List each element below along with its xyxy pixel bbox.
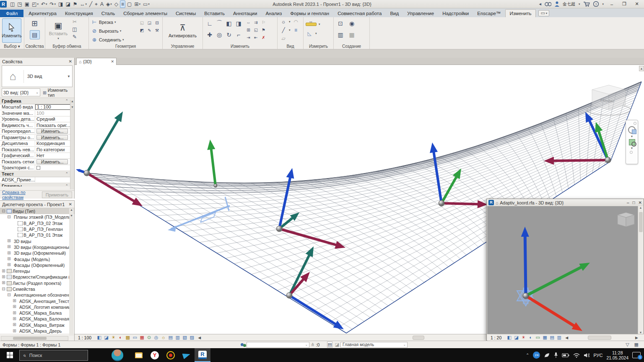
browser-item[interactable]: ⊞Фасады (Оформленный) — [0, 262, 74, 268]
shadows-icon[interactable]: ◐ — [527, 335, 534, 340]
ribbon-tab[interactable]: Анализ — [261, 10, 286, 17]
ribbon-tab[interactable]: Файл — [0, 10, 23, 17]
browser-item[interactable]: ⊞Фасады (Модель) — [0, 256, 74, 262]
scale-button[interactable]: 1 : 100 — [76, 335, 95, 340]
qa-export-pdf-icon[interactable]: ◪ — [65, 0, 71, 8]
create-parts-icon[interactable]: ▦ — [347, 30, 356, 40]
ribbon-tab[interactable]: Изменить — [505, 9, 536, 17]
prop-value[interactable]: По категории — [35, 147, 74, 153]
collapse-arrow-icon[interactable]: ◂ — [539, 1, 541, 7]
family-window[interactable]: R ⌂ Adaptiv_koord.rfa - 3D вид: {3D} – □… — [486, 199, 644, 341]
rendering-dialog-icon[interactable]: ▩ — [125, 335, 131, 340]
taskbar-yandex-browser[interactable]: Y — [147, 348, 163, 362]
ribbon-tab[interactable]: Аннотации — [229, 10, 261, 17]
microphone-icon[interactable] — [554, 352, 558, 358]
battery-icon[interactable] — [562, 353, 569, 358]
type-selector[interactable]: ⌂ 3D вид ▼ — [2, 65, 73, 87]
edit-type-button[interactable]: ⊞Изменить тип — [42, 88, 73, 96]
revit-logo[interactable]: R — [0, 1, 7, 8]
linework-icon[interactable]: ╱ — [280, 27, 287, 34]
family-vscrollbar[interactable]: ▲▼ — [638, 206, 643, 334]
taskbar-telegram[interactable] — [179, 348, 195, 362]
split-gap-icon[interactable]: ⇉ — [252, 19, 260, 26]
qa-leader-text-icon[interactable]: ⌖ — [94, 0, 99, 8]
tree-expander-icon[interactable]: ⊞ — [12, 329, 17, 334]
type-selector-caret-icon[interactable]: ▼ — [67, 75, 72, 78]
tree-expander-icon[interactable]: ⊟ — [1, 287, 6, 292]
ribbon-tab[interactable]: Системы — [171, 10, 200, 17]
panel-properties-label[interactable]: Свойства — [24, 44, 45, 49]
browser-item[interactable]: ⊞ADSK_Марка_Балка — [0, 310, 74, 316]
tree-expander-icon[interactable]: ⊟ — [7, 215, 11, 220]
search-help-icon[interactable] — [545, 2, 551, 7]
ribbon-tab[interactable]: Вставить — [200, 10, 229, 17]
taskbar-search[interactable]: ⌕ Поиск — [19, 350, 88, 361]
prop-row[interactable]: Уровень дета...Средний — [0, 116, 74, 123]
properties-close-icon[interactable]: ✕ — [69, 59, 72, 64]
modify-button[interactable]: Изменить — [2, 18, 21, 43]
family-window-titlebar[interactable]: R ⌂ Adaptiv_koord.rfa - 3D вид: {3D} – □… — [487, 199, 644, 206]
pin-icon[interactable]: ⚑ — [260, 27, 267, 33]
browser-item[interactable]: ⊟Планы этажей (ПЭ_Модель — [0, 214, 74, 220]
displacement-icon[interactable]: ▧ — [182, 335, 188, 340]
tree-expander-icon[interactable]: ⊟ — [7, 293, 11, 297]
beam-join-icon[interactable]: ◱ — [138, 20, 145, 26]
language-indicator[interactable]: РУС — [593, 353, 602, 358]
properties-help-link[interactable]: Справка по свойствам — [2, 190, 42, 200]
browser-item[interactable]: ⊞ADSK_Марка_БалочнаяС — [0, 316, 74, 322]
qa-redo-icon[interactable]: ↷▾ — [49, 0, 57, 8]
notification-center-icon[interactable]: 1 — [632, 352, 641, 358]
prop-row[interactable]: Показать нев...По категории — [0, 147, 74, 153]
browser-item[interactable]: ⊞ADSK_Марка_Дверь — [0, 328, 74, 334]
lock-3d-icon[interactable]: ⊙ — [146, 335, 152, 340]
activate-controls-button[interactable]: ⊼ Активировать — [165, 18, 200, 43]
qa-switch-windows-icon[interactable]: ⊞▾ — [133, 0, 141, 8]
browser-item[interactable]: ⊞3D виды — [0, 238, 74, 244]
browser-item[interactable]: ⊞Листы (Раздел проекта) — [0, 280, 74, 286]
lightbulb-icon[interactable]: ☼ — [280, 18, 287, 25]
qa-default-3d-view-icon[interactable]: ◈▾ — [105, 0, 113, 8]
ribbon-tab[interactable]: Архитектура — [24, 10, 61, 17]
show-crop-icon[interactable]: ▦ — [139, 335, 145, 340]
ribbon-tab[interactable]: Управление — [403, 10, 438, 17]
temporary-view-icon[interactable]: ▤ — [167, 335, 174, 340]
browser-item[interactable]: ⊞ADSK_Логотип компании — [0, 304, 74, 310]
browser-item[interactable]: В_АР_ПЭ_Генплан — [0, 226, 74, 232]
displace-icon[interactable]: ▱ — [280, 35, 287, 42]
split-icon[interactable]: ⇔ — [245, 19, 252, 26]
browser-item[interactable]: В_АР_ПЭ_02 Этаж — [0, 220, 74, 226]
trim-corner-icon[interactable]: ⌐ — [234, 30, 243, 40]
close-button[interactable]: ✕ — [632, 1, 641, 7]
tree-expander-icon[interactable]: ⊞ — [7, 251, 11, 256]
prop-checkbox[interactable] — [36, 166, 40, 170]
tree-expander-icon[interactable]: ⊞ — [1, 281, 6, 285]
prop-section[interactable]: Графика⌃ — [0, 98, 74, 104]
cut-geometry-button[interactable]: ⊘Вырезать▾ — [91, 27, 121, 34]
prop-edit-button[interactable]: Изменить... — [36, 159, 68, 164]
canvas-scroll-up-icon[interactable]: ▲ — [639, 66, 644, 71]
browser-hscrollbar[interactable] — [1, 336, 68, 341]
navbar-caret2-icon[interactable]: ▼ — [631, 147, 634, 150]
mirror-pick-icon[interactable]: ◧ — [224, 18, 234, 28]
detail-level-icon[interactable]: ◧ — [96, 335, 102, 340]
tree-expander-icon[interactable]: ⊞ — [7, 257, 11, 261]
qa-thin-lines-icon[interactable]: ≡ — [120, 0, 125, 8]
taskbar-explorer[interactable] — [131, 348, 147, 362]
qa-close-inactive-icon[interactable]: ▢ — [126, 0, 132, 8]
help-caret-icon[interactable]: ▾ — [602, 3, 604, 6]
prop-row[interactable]: Значение ма...100 — [0, 110, 74, 116]
zoom-tool-icon[interactable] — [629, 139, 635, 145]
prop-value[interactable]: Изменить... — [35, 129, 74, 134]
prop-value[interactable]: Показать ориг... — [35, 122, 74, 128]
controlbar-collapse-icon[interactable]: ◀ — [198, 336, 201, 340]
taskbar-yandex-music[interactable] — [163, 348, 179, 362]
temporary-view-icon[interactable]: ▥ — [556, 335, 562, 340]
hide-isolate-icon[interactable]: ◎ — [153, 335, 159, 340]
constraints-icon[interactable]: ▨ — [189, 335, 195, 340]
sun-path-icon[interactable]: ☀ — [520, 335, 527, 340]
scale-icon[interactable]: ◱ — [252, 27, 260, 33]
prop-value[interactable]: 1 : 100 — [35, 104, 71, 110]
browser-item[interactable]: ⊞Ведомости/Спецификации (Н — [0, 274, 74, 280]
prop-row[interactable]: Показать сеткиИзменить... — [0, 159, 74, 165]
minimize-button[interactable]: – — [607, 2, 616, 7]
